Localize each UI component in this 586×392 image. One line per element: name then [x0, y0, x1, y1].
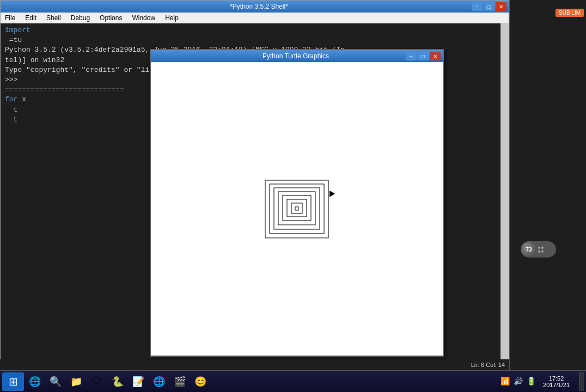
tray-battery-icon[interactable]: 🔋 — [526, 376, 536, 387]
clock-time: 17:52 — [543, 375, 570, 382]
menu-file[interactable]: File — [3, 14, 17, 22]
taskbar-media-icon[interactable]: 🎬 — [170, 372, 190, 391]
menu-options[interactable]: Options — [97, 14, 124, 22]
shell-line-2: =tu — [5, 35, 504, 45]
shell-menubar: File Edit Shell Debug Options Window Hel… — [1, 13, 509, 23]
taskbar-python-icon[interactable]: 🐍 — [108, 372, 127, 391]
taskbar-chrome-icon[interactable]: 🌐 — [149, 372, 169, 391]
tray-sound-icon[interactable]: 🔊 — [512, 376, 523, 387]
volume-dot — [541, 247, 544, 249]
turtle-titlebar: Python Turtle Graphics − □ ✕ — [151, 50, 443, 62]
menu-shell[interactable]: Shell — [44, 14, 63, 22]
turtle-cursor — [329, 191, 335, 197]
turtle-maximize-button[interactable]: □ — [418, 52, 429, 60]
taskbar-notes-icon[interactable]: 📝 — [129, 372, 148, 391]
spiral-drawing — [261, 176, 332, 242]
taskbar-shield-icon[interactable]: 🛡 — [87, 372, 107, 391]
svg-rect-2 — [274, 188, 320, 229]
volume-dot — [538, 247, 540, 249]
cursor-position: Ln: 6 Col: 14 — [471, 362, 505, 368]
taskbar-app-icon[interactable]: 😊 — [191, 372, 210, 391]
volume-level: 73 — [526, 247, 532, 253]
volume-knob[interactable]: 73 — [522, 242, 536, 256]
taskbar-ie-icon[interactable]: 🌐 — [25, 372, 45, 391]
tray-network-icon[interactable]: 📶 — [499, 376, 510, 387]
menu-edit[interactable]: Edit — [23, 14, 39, 22]
menu-debug[interactable]: Debug — [69, 14, 92, 22]
sublim-label: SUB LIM — [559, 10, 581, 16]
shell-titlebar-buttons: − □ ✕ — [472, 2, 506, 11]
system-tray: 📶 🔊 🔋 17:52 2017/1/21 — [495, 375, 578, 388]
sublim-badge: SUB LIM — [556, 9, 584, 17]
turtle-canvas — [151, 62, 443, 356]
turtle-titlebar-buttons: − □ ✕ — [406, 52, 441, 60]
volume-widget[interactable]: 73 — [521, 241, 556, 258]
svg-rect-5 — [287, 199, 307, 217]
shell-scrollbar[interactable] — [500, 23, 509, 370]
volume-dots — [538, 247, 544, 253]
shell-titlebar: *Python 3.5.2 Shell* − □ ✕ — [1, 1, 509, 13]
volume-dot-row-2 — [538, 250, 544, 253]
start-button[interactable]: ⊞ — [2, 372, 24, 391]
shell-line-1: import — [5, 26, 504, 35]
menu-help[interactable]: Help — [163, 14, 181, 22]
status-bar: Ln: 6 Col: 14 — [0, 359, 509, 370]
shell-minimize-button[interactable]: − — [472, 2, 483, 11]
right-panel — [509, 0, 586, 370]
taskbar-search-icon[interactable]: 🔍 — [46, 372, 65, 391]
turtle-window[interactable]: Python Turtle Graphics − □ ✕ — [150, 49, 444, 357]
shell-title: *Python 3.5.2 Shell* — [46, 3, 472, 10]
svg-rect-6 — [291, 203, 302, 213]
show-desktop-button[interactable] — [579, 372, 584, 391]
turtle-minimize-button[interactable]: − — [406, 52, 417, 60]
desktop: *Python 3.5.2 Shell* − □ ✕ File Edit She… — [0, 0, 586, 370]
turtle-close-button[interactable]: ✕ — [430, 52, 441, 60]
volume-dot-row-1 — [538, 247, 544, 249]
clock[interactable]: 17:52 2017/1/21 — [539, 375, 574, 388]
clock-date: 2017/1/21 — [543, 382, 570, 388]
svg-rect-7 — [295, 207, 298, 210]
shell-maximize-button[interactable]: □ — [484, 2, 495, 11]
volume-dot — [538, 250, 540, 253]
menu-window[interactable]: Window — [130, 14, 157, 22]
volume-dot — [541, 250, 544, 253]
taskbar-folder-icon[interactable]: 📁 — [66, 372, 86, 391]
svg-rect-3 — [278, 192, 315, 225]
turtle-title: Python Turtle Graphics — [186, 52, 406, 60]
shell-close-button[interactable]: ✕ — [496, 2, 506, 11]
taskbar: ⊞ 🌐 🔍 📁 🛡 🐍 📝 🌐 🎬 😊 📶 🔊 🔋 17:52 2017/1/2… — [0, 370, 586, 392]
